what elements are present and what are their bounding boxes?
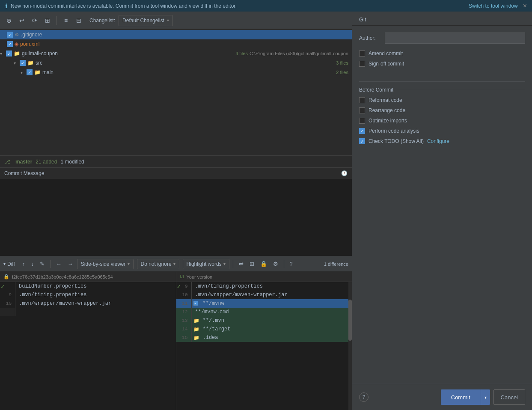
chevron-down-icon: ▾ xyxy=(167,18,169,23)
diff-prev-button[interactable]: ← xyxy=(54,259,64,269)
diff-count: 1 difference xyxy=(324,261,348,267)
diff-help-button[interactable]: ? xyxy=(288,259,295,269)
tree-checkbox-gulimall[interactable]: ✓ xyxy=(6,51,12,56)
diff-lock-button[interactable]: 🔒 xyxy=(258,259,269,269)
diff-line-num-right-14: 14 xyxy=(176,325,192,333)
amend-commit-option[interactable]: Amend commit xyxy=(359,51,525,56)
diff-separator-2 xyxy=(233,260,233,268)
toolbar: ⊕ ↩ ⟳ ⊞ ≡ ⊟ Changelist: Default Changeli… xyxy=(0,12,352,29)
tree-item-gitignore[interactable]: ✓ ⚙ .gitignore xyxy=(0,30,352,39)
optimize-imports-checkbox[interactable] xyxy=(359,118,365,124)
move-to-changelist-button[interactable]: ⊕ xyxy=(3,15,15,26)
diff-right-header: ☑ Your version xyxy=(176,272,352,282)
sign-off-option[interactable]: Sign-off commit xyxy=(359,61,525,67)
right-panel-scroll[interactable]: Git Author: Amend commit Sign-off commit xyxy=(352,12,532,384)
check-todo-label: Check TODO (Show All) xyxy=(369,138,424,144)
perform-analysis-checkbox[interactable]: ✓ xyxy=(359,128,365,134)
rollback-button[interactable]: ↩ xyxy=(16,15,27,26)
commit-dropdown-button[interactable]: ▾ xyxy=(481,389,490,405)
refresh-button[interactable]: ⟳ xyxy=(29,15,40,26)
diff-up-button[interactable]: ↑ xyxy=(20,259,27,269)
diff-line-num-right-10: 10 xyxy=(176,291,192,299)
author-input[interactable] xyxy=(385,33,525,44)
diff-line-content-right-10: .mvn/wrapper/maven-wrapper.jar xyxy=(192,292,352,298)
status-modified: 1 modified xyxy=(60,159,84,165)
diff-title-toggle[interactable]: ▾ Diff xyxy=(3,261,15,267)
check-todo-option[interactable]: ✓ Check TODO (Show All) Configure xyxy=(359,138,525,144)
diff-left-pane[interactable]: 🔒 f2fce76e37d1b23a3b0ce4c8a6c1285e5a065c… xyxy=(0,272,176,410)
diff-button[interactable]: ⊞ xyxy=(42,15,53,26)
reformat-code-label: Reformat code xyxy=(369,97,402,103)
diff-line-right-10: 10 .mvn/wrapper/maven-wrapper.jar xyxy=(176,291,352,299)
rearrange-code-checkbox[interactable] xyxy=(359,107,365,113)
diff-line-content-right-12: **/mvnw.cmd xyxy=(192,309,352,315)
src-label: src xyxy=(36,60,333,66)
diff-line-num-left-10: 10 xyxy=(0,299,15,308)
tree-checkbox-src[interactable]: ✓ xyxy=(20,60,26,66)
expand-arrow-main: ▾ xyxy=(21,70,26,75)
changelist-dropdown[interactable]: Default Changelist ▾ xyxy=(119,15,173,26)
diff-line-right-9: ✓ 9 .mvn/timing.properties xyxy=(176,282,352,291)
rearrange-code-option[interactable]: Rearrange code xyxy=(359,107,525,113)
diff-line-checkbox-11[interactable]: ✓ xyxy=(192,301,199,306)
check-todo-checkbox[interactable]: ✓ xyxy=(359,138,365,144)
optimize-imports-option[interactable]: Optimize imports xyxy=(359,118,525,124)
highlight-chevron-icon: ▾ xyxy=(223,261,226,266)
section-divider xyxy=(359,81,525,82)
toolbar-separator-1 xyxy=(56,16,57,25)
changelist-label: Changelist: xyxy=(89,18,115,24)
diff-left-lock-icon: 🔒 xyxy=(3,274,9,279)
gitignore-label: .gitignore xyxy=(21,32,348,38)
options-section: Reformat code Rearrange code Optimize im… xyxy=(352,97,532,144)
expand-all-button[interactable]: ≡ xyxy=(60,15,71,26)
amend-commit-label: Amend commit xyxy=(369,51,403,56)
commit-message-textarea[interactable] xyxy=(0,179,352,256)
notification-close-button[interactable]: × xyxy=(523,3,527,9)
diff-line-content-right-14: **/target xyxy=(199,326,352,332)
diff-down-button[interactable]: ↓ xyxy=(29,259,36,269)
diff-viewer-dropdown[interactable]: Side-by-side viewer ▾ xyxy=(77,259,134,269)
tree-checkbox-gitignore[interactable]: ✓ xyxy=(7,32,13,38)
configure-link[interactable]: Configure xyxy=(427,138,449,144)
diff-gear-button[interactable]: ⚙ xyxy=(271,259,280,269)
amend-commit-checkbox[interactable] xyxy=(359,51,365,56)
tree-item-src[interactable]: ▾ ✓ 📁 src 3 files xyxy=(0,58,352,68)
diff-line-right-14: 14 📁 **/target xyxy=(176,325,352,333)
diff-right-pane[interactable]: ☑ Your version ✓ 9 .mvn/timing.propertie… xyxy=(176,272,352,410)
diff-right-scrollbar[interactable] xyxy=(348,272,352,410)
reformat-code-checkbox[interactable] xyxy=(359,97,365,103)
tree-checkbox-main[interactable]: ✓ xyxy=(27,69,33,75)
folder-icon-main: 📁 xyxy=(34,69,41,75)
collapse-all-button[interactable]: ⊟ xyxy=(73,15,84,26)
diff-next-button[interactable]: → xyxy=(65,259,75,269)
diff-settings1-button[interactable]: ⇌ xyxy=(237,259,246,269)
folder-icon-gulimall: 📁 xyxy=(14,51,20,56)
switch-to-tool-window-link[interactable]: Switch to tool window xyxy=(469,3,518,9)
diff-line-right-12: 12 **/mvnw.cmd xyxy=(176,308,352,316)
diff-highlight-dropdown[interactable]: Highlight words ▾ xyxy=(183,259,229,269)
tree-item-pom[interactable]: ✓ ◈ pom.xml xyxy=(0,39,352,49)
commit-button[interactable]: Commit xyxy=(441,389,481,405)
diff-content: 🔒 f2fce76e37d1b23a3b0ce4c8a6c1285e5a065c… xyxy=(0,272,352,410)
commit-btn-area: Commit ▾ Cancel xyxy=(441,389,525,405)
diff-check-11[interactable]: ✓ xyxy=(193,301,198,306)
diff-edit-button[interactable]: ✎ xyxy=(38,259,47,269)
diff-ignore-dropdown[interactable]: Do not ignore ▾ xyxy=(137,259,179,269)
clock-icon[interactable]: 🕐 xyxy=(341,170,348,176)
reformat-code-option[interactable]: Reformat code xyxy=(359,97,525,103)
diff-settings2-button[interactable]: ⊞ xyxy=(247,259,256,269)
folder-icon-src: 📁 xyxy=(27,60,34,66)
optimize-imports-label: Optimize imports xyxy=(369,118,407,124)
tree-item-gulimall-coupon[interactable]: ▾ ✓ 📁 gulimall-coupon 4 files C:\Program… xyxy=(0,49,352,58)
diff-right-check-icon: ☑ xyxy=(180,274,184,279)
tree-item-main[interactable]: ▾ ✓ 📁 main 2 files xyxy=(0,68,352,77)
sign-off-checkbox[interactable] xyxy=(359,61,365,67)
diff-ignore-value: Do not ignore xyxy=(141,261,172,267)
perform-analysis-option[interactable]: ✓ Perform code analysis xyxy=(359,128,525,134)
tree-checkbox-pom[interactable]: ✓ xyxy=(7,41,13,47)
file-status-bar: ⎇ master 21 added 1 modified xyxy=(0,155,352,167)
diff-line-content-left-10: .mvn/wrapper/maven-wrapper.jar xyxy=(15,300,176,306)
diff-left-header: 🔒 f2fce76e37d1b23a3b0ce4c8a6c1285e5a065c… xyxy=(0,272,176,282)
cancel-button[interactable]: Cancel xyxy=(493,389,525,405)
help-button[interactable]: ? xyxy=(359,392,369,402)
